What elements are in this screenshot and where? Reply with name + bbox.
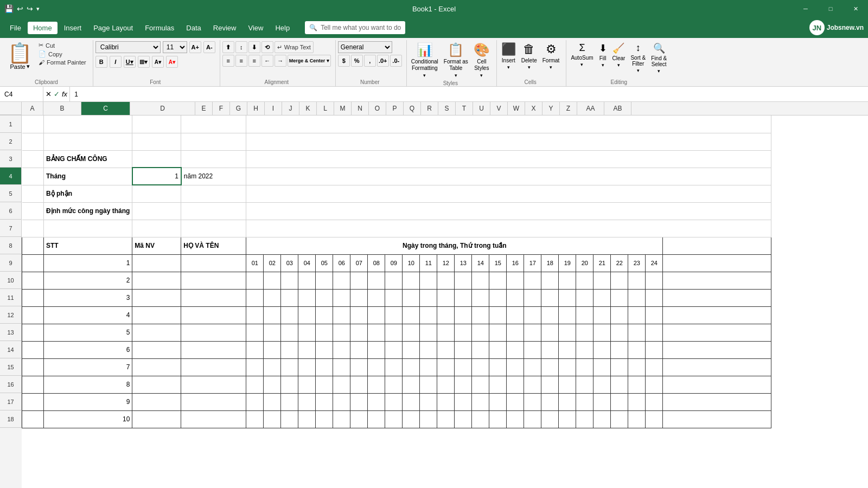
cell-B9[interactable]: 1 [44, 254, 132, 272]
cell-E8-header[interactable]: Ngày trong tháng, Thứ trong tuần [246, 237, 663, 254]
delete-button[interactable]: 🗑 Delete ▾ [519, 41, 539, 71]
col-header-D[interactable]: D [130, 102, 195, 115]
cell-day-15[interactable]: 15 [489, 254, 507, 272]
sort-filter-button[interactable]: ↕ Sort &Filter ▾ [628, 41, 648, 74]
cell-day-23[interactable]: 23 [628, 254, 646, 272]
minimize-button[interactable]: ─ [793, 0, 818, 17]
cell-D6[interactable] [181, 202, 246, 220]
bold-button[interactable]: B [95, 56, 107, 68]
indent-increase-button[interactable]: → [275, 55, 286, 67]
cell-day-13[interactable]: 13 [455, 254, 472, 272]
cell-E5-rest[interactable] [246, 185, 771, 202]
cell-A10[interactable] [22, 272, 44, 289]
merge-center-button[interactable]: Merge & Center ▾ [288, 55, 331, 67]
cell-day-03[interactable]: 03 [281, 254, 298, 272]
cell-D5[interactable] [181, 185, 246, 202]
cell-A2[interactable] [22, 133, 44, 150]
col-header-K[interactable]: K [299, 102, 317, 115]
font-color-button[interactable]: A▾ [166, 56, 178, 68]
col-header-P[interactable]: P [386, 102, 404, 115]
cell-D1[interactable] [181, 115, 246, 133]
col-header-F[interactable]: F [213, 102, 230, 115]
menu-data[interactable]: Data [181, 22, 206, 34]
fill-color-button[interactable]: A▾ [152, 56, 164, 68]
font-grow-button[interactable]: A+ [189, 41, 201, 53]
font-size-select[interactable]: 11 [163, 41, 187, 53]
cell-day-07[interactable]: 07 [350, 254, 368, 272]
close-button[interactable]: ✕ [843, 0, 868, 17]
cell-C1[interactable] [132, 115, 181, 133]
customize-icon[interactable]: ▾ [36, 5, 40, 12]
decimal-decrease-button[interactable]: .0- [390, 55, 402, 67]
cell-C4[interactable]: 1 [132, 168, 181, 185]
cell-B4[interactable]: Tháng [44, 168, 132, 185]
cell-styles-button[interactable]: 🎨 CellStyles ▾ [471, 41, 492, 79]
col-header-A[interactable]: A [22, 102, 43, 115]
row-num-1[interactable]: 1 [0, 115, 22, 133]
cell-C8[interactable]: Mã NV [132, 237, 181, 254]
search-bar[interactable]: 🔍 Tell me what you want to do [305, 21, 405, 34]
cell-B5[interactable]: Bộ phận [44, 185, 132, 202]
cell-E6-rest[interactable] [246, 202, 771, 220]
confirm-formula-icon[interactable]: ✓ [54, 90, 60, 98]
menu-insert[interactable]: Insert [59, 22, 87, 34]
cell-B6[interactable]: Định mức công ngày tháng [44, 202, 132, 220]
row-num-14[interactable]: 14 [0, 341, 22, 358]
cell-day-12[interactable]: 12 [437, 254, 455, 272]
align-right-button[interactable]: ≡ [248, 55, 260, 67]
cell-A1[interactable] [22, 115, 44, 133]
font-shrink-button[interactable]: A- [203, 41, 215, 53]
cell-day-08[interactable]: 08 [368, 254, 385, 272]
cell-E4-rest[interactable] [246, 168, 771, 185]
wrap-text-button[interactable]: ↵ Wrap Text [275, 41, 314, 53]
col-header-U[interactable]: U [473, 102, 490, 115]
decimal-increase-button[interactable]: .0+ [377, 55, 389, 67]
cell-extra9[interactable] [663, 254, 771, 272]
cut-button[interactable]: ✂ Cut [36, 41, 88, 49]
row-num-12[interactable]: 12 [0, 306, 22, 324]
menu-view[interactable]: View [242, 22, 269, 34]
col-header-O[interactable]: O [369, 102, 386, 115]
cell-A3[interactable] [22, 150, 44, 168]
cell-A4[interactable] [22, 168, 44, 185]
row-num-7[interactable]: 7 [0, 220, 22, 237]
underline-button[interactable]: U▾ [124, 56, 136, 68]
row-num-5[interactable]: 5 [0, 185, 22, 202]
fill-button[interactable]: ⬇ Fill ▾ [597, 41, 609, 69]
col-header-AA[interactable]: AA [577, 102, 604, 115]
col-header-I[interactable]: I [265, 102, 282, 115]
col-header-AB[interactable]: AB [604, 102, 631, 115]
col-header-V[interactable]: V [490, 102, 508, 115]
insert-function-icon[interactable]: fx [62, 90, 67, 98]
cell-day-09[interactable]: 09 [385, 254, 403, 272]
cell-day-19[interactable]: 19 [559, 254, 576, 272]
cell-D4[interactable]: năm 2022 [181, 168, 246, 185]
cell-E2-rest[interactable] [246, 133, 771, 150]
cell-E1-rest[interactable] [246, 115, 771, 133]
cell-B11[interactable]: 3 [44, 289, 132, 306]
col-header-B[interactable]: B [43, 102, 81, 115]
maximize-button[interactable]: □ [818, 0, 843, 17]
cell-C6[interactable] [132, 202, 181, 220]
cell-C7[interactable] [132, 220, 181, 237]
save-icon[interactable]: 💾 [4, 4, 14, 13]
text-direction-button[interactable]: ⟲ [261, 41, 273, 53]
cell-D9[interactable] [181, 254, 246, 272]
menu-home[interactable]: Home [28, 22, 58, 34]
col-header-G[interactable]: G [230, 102, 247, 115]
row-num-13[interactable]: 13 [0, 324, 22, 341]
cell-A6[interactable] [22, 202, 44, 220]
cell-C5[interactable] [132, 185, 181, 202]
cell-B8[interactable]: STT [44, 237, 132, 254]
cell-day-02[interactable]: 02 [264, 254, 281, 272]
cell-day-20[interactable]: 20 [576, 254, 593, 272]
col-header-X[interactable]: X [525, 102, 542, 115]
cell-A8[interactable] [22, 237, 44, 254]
indent-decrease-button[interactable]: ← [261, 55, 273, 67]
undo-icon[interactable]: ↩ [17, 4, 23, 13]
menu-file[interactable]: File [4, 22, 27, 34]
insert-button[interactable]: ⬛ Insert ▾ [499, 41, 518, 71]
cell-day-04[interactable]: 04 [298, 254, 316, 272]
format-as-table-button[interactable]: 📋 Format asTable ▾ [442, 41, 470, 79]
row-num-18[interactable]: 18 [0, 410, 22, 428]
